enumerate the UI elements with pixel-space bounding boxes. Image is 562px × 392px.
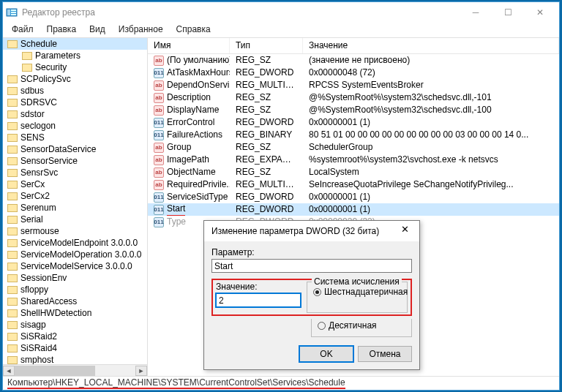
tree-item[interactable]: Security bbox=[3, 61, 147, 73]
menubar: Файл Правка Вид Избранное Справка bbox=[3, 23, 559, 37]
tree-item[interactable]: SENS bbox=[3, 132, 147, 143]
registry-row[interactable]: abRequiredPrivile...REG_MULTI_SZSeIncrea… bbox=[148, 178, 559, 191]
folder-icon bbox=[7, 99, 18, 107]
menu-view[interactable]: Вид bbox=[83, 23, 111, 37]
tree-item[interactable]: SDRSVC bbox=[3, 97, 147, 108]
folder-icon bbox=[7, 227, 18, 235]
binary-icon: 011 bbox=[154, 192, 164, 203]
tree-item[interactable]: SensorDataService bbox=[3, 143, 147, 155]
registry-row[interactable]: abDisplayNameREG_SZ@%SystemRoot%\system3… bbox=[148, 104, 559, 116]
close-button[interactable]: ✕ bbox=[524, 3, 556, 22]
tree-item[interactable]: sisagp bbox=[3, 319, 147, 331]
folder-icon bbox=[7, 110, 18, 118]
folder-icon bbox=[7, 40, 18, 48]
param-input[interactable] bbox=[211, 259, 412, 273]
folder-icon bbox=[7, 321, 18, 329]
tree-item[interactable]: SharedAccess bbox=[3, 295, 147, 307]
tree-item[interactable]: sfloppy bbox=[3, 284, 147, 295]
folder-icon bbox=[7, 298, 18, 306]
base-group-ext: Десятичная bbox=[311, 319, 412, 337]
radio-hex[interactable]: Шестнадцатеричная bbox=[313, 285, 401, 298]
folder-icon bbox=[7, 75, 18, 83]
maximize-button[interactable]: ☐ bbox=[492, 3, 524, 22]
registry-row[interactable]: ab(По умолчанию)REG_SZ(значение не присв… bbox=[148, 54, 559, 67]
tree-item[interactable]: SCPolicySvc bbox=[3, 73, 147, 85]
registry-row[interactable]: 011AtTaskMaxHoursREG_DWORD0x00000048 (72… bbox=[148, 67, 559, 79]
statusbar: Компьютер\HKEY_LOCAL_MACHINE\SYSTEM\Curr… bbox=[3, 376, 559, 390]
registry-row[interactable]: abDependOnServiceREG_MULTI_SZRPCSS Syste… bbox=[148, 79, 559, 91]
tree-item[interactable]: Serial bbox=[3, 214, 147, 225]
dialog-close-button[interactable]: ✕ bbox=[394, 224, 415, 238]
tree-item[interactable]: ShellHWDetection bbox=[3, 307, 147, 319]
tree-item[interactable]: ServiceModelOperation 3.0.0.0 bbox=[3, 249, 147, 260]
radio-icon bbox=[313, 288, 321, 296]
folder-icon bbox=[7, 309, 18, 317]
registry-row[interactable]: 011ServiceSidTypeREG_DWORD0x00000001 (1) bbox=[148, 191, 559, 203]
registry-row[interactable]: abObjectNameREG_SZLocalSystem bbox=[148, 166, 559, 178]
scroll-right-icon[interactable]: ► bbox=[135, 366, 147, 376]
registry-row[interactable]: abImagePathREG_EXPAND_SZ%systemroot%\sys… bbox=[148, 154, 559, 166]
svg-rect-4 bbox=[11, 14, 16, 15]
tree-item[interactable]: Parameters bbox=[3, 50, 147, 61]
tree-item[interactable]: sdbus bbox=[3, 85, 147, 97]
tree-item[interactable]: SiSRaid2 bbox=[3, 331, 147, 342]
folder-icon bbox=[7, 169, 18, 177]
cancel-button[interactable]: Отмена bbox=[358, 346, 412, 362]
tree-item[interactable]: ServiceModelEndpoint 3.0.0.0 bbox=[3, 237, 147, 249]
window-title: Редактор реестра bbox=[22, 7, 460, 18]
folder-icon bbox=[7, 146, 18, 154]
folder-icon bbox=[7, 356, 18, 364]
col-type[interactable]: Тип bbox=[230, 38, 303, 53]
tree-item[interactable]: seclogon bbox=[3, 120, 147, 132]
binary-icon: 011 bbox=[154, 118, 164, 128]
tree-item[interactable]: SerCx bbox=[3, 178, 147, 190]
registry-row[interactable]: 011StartREG_DWORD0x00000001 (1) bbox=[148, 203, 559, 216]
value-input[interactable] bbox=[216, 293, 301, 307]
tree-item[interactable]: SensrSvc bbox=[3, 167, 147, 178]
tree-item[interactable]: Schedule bbox=[3, 38, 147, 50]
folder-icon bbox=[7, 286, 18, 294]
col-name[interactable]: Имя bbox=[148, 38, 230, 53]
string-icon: ab bbox=[154, 143, 164, 153]
registry-row[interactable]: abGroupREG_SZSchedulerGroup bbox=[148, 141, 559, 154]
folder-icon bbox=[7, 192, 18, 200]
string-icon: ab bbox=[154, 155, 164, 165]
tree-item[interactable]: sdstor bbox=[3, 108, 147, 120]
registry-row[interactable]: abDescriptionREG_SZ@%SystemRoot%\system3… bbox=[148, 91, 559, 104]
registry-row[interactable]: 011FailureActionsREG_BINARY80 51 01 00 0… bbox=[148, 129, 559, 141]
folder-icon bbox=[7, 263, 18, 271]
menu-file[interactable]: Файл bbox=[6, 23, 40, 37]
scroll-thumb[interactable] bbox=[15, 366, 95, 376]
tree-item[interactable]: ServiceModelService 3.0.0.0 bbox=[3, 260, 147, 272]
tree-item[interactable]: SessionEnv bbox=[3, 272, 147, 284]
radio-dec[interactable]: Десятичная bbox=[318, 319, 405, 332]
tree-item[interactable]: Serenum bbox=[3, 202, 147, 214]
scroll-left-icon[interactable]: ◄ bbox=[3, 366, 15, 376]
registry-row[interactable]: 011ErrorControlREG_DWORD0x00000001 (1) bbox=[148, 116, 559, 129]
titlebar: Редактор реестра ─ ☐ ✕ bbox=[3, 2, 559, 23]
minimize-button[interactable]: ─ bbox=[460, 3, 492, 22]
folder-icon bbox=[7, 251, 18, 259]
menu-edit[interactable]: Правка bbox=[41, 23, 83, 37]
app-icon bbox=[6, 7, 18, 18]
column-headers: Имя Тип Значение bbox=[148, 38, 559, 54]
ok-button[interactable]: OK bbox=[299, 346, 353, 362]
tree-hscrollbar[interactable]: ◄ ► bbox=[3, 364, 147, 376]
tree-item[interactable]: smphost bbox=[3, 354, 147, 364]
folder-icon bbox=[7, 274, 18, 282]
edit-dword-dialog: Изменение параметра DWORD (32 бита) ✕ Па… bbox=[203, 220, 420, 370]
svg-rect-2 bbox=[11, 10, 16, 11]
tree-item[interactable]: SerCx2 bbox=[3, 190, 147, 202]
tree-item[interactable]: SensorService bbox=[3, 155, 147, 167]
folder-icon bbox=[7, 239, 18, 247]
folder-icon bbox=[7, 87, 18, 95]
folder-icon bbox=[7, 333, 18, 341]
svg-rect-3 bbox=[11, 12, 16, 13]
tree-item[interactable]: sermouse bbox=[3, 225, 147, 237]
menu-help[interactable]: Справка bbox=[171, 23, 217, 37]
menu-favorites[interactable]: Избранное bbox=[113, 23, 169, 37]
string-icon: ab bbox=[154, 93, 164, 103]
string-icon: ab bbox=[154, 56, 164, 66]
tree-item[interactable]: SiSRaid4 bbox=[3, 342, 147, 354]
col-value[interactable]: Значение bbox=[303, 38, 559, 53]
